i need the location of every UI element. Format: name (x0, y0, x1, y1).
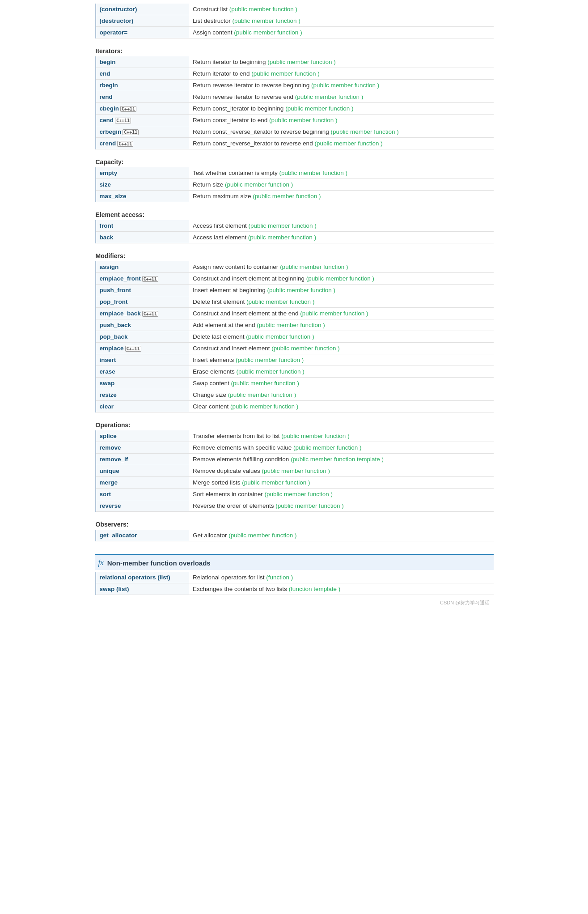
function-link[interactable]: (public member function template ) (291, 456, 384, 463)
function-name[interactable]: rbegin (95, 80, 189, 91)
table-row[interactable]: rendReturn reverse iterator to reverse e… (95, 91, 494, 103)
function-name[interactable]: max_size (95, 191, 189, 202)
table-row[interactable]: swap (list)Exchanges the contents of two… (95, 583, 494, 595)
function-link[interactable]: (public member function ) (295, 94, 363, 100)
function-link[interactable]: (public member function ) (306, 275, 374, 282)
table-row[interactable]: rbeginReturn reverse iterator to reverse… (95, 80, 494, 91)
function-link[interactable]: (public member function ) (269, 117, 337, 123)
function-name[interactable]: push_front (95, 285, 189, 296)
function-link[interactable]: (public member function ) (242, 479, 310, 486)
function-link[interactable]: (public member function ) (230, 403, 298, 410)
function-name[interactable]: emplaceC++11 (95, 343, 189, 354)
table-row[interactable]: spliceTransfer elements from list to lis… (95, 430, 494, 442)
function-link[interactable]: (public member function ) (280, 264, 348, 270)
table-row[interactable]: pop_backDelete last element (public memb… (95, 331, 494, 343)
function-name[interactable]: swap (95, 378, 189, 389)
function-name[interactable]: crbeginC++11 (95, 126, 189, 138)
function-name[interactable]: relational operators (list) (95, 572, 189, 583)
function-link[interactable]: (public member function ) (281, 433, 349, 439)
function-link[interactable]: (public member function ) (236, 357, 304, 363)
table-row[interactable]: operator=Assign content (public member f… (95, 27, 494, 38)
function-link[interactable]: (public member function ) (229, 6, 297, 13)
function-name[interactable]: size (95, 179, 189, 191)
table-row[interactable]: (constructor)Construct list (public memb… (95, 4, 494, 15)
table-row[interactable]: sizeReturn size (public member function … (95, 179, 494, 191)
table-row[interactable]: endReturn iterator to end (public member… (95, 68, 494, 80)
function-link[interactable]: (public member function ) (251, 70, 319, 77)
function-link[interactable]: (public member function ) (257, 322, 325, 328)
function-name[interactable]: pop_back (95, 331, 189, 343)
function-name[interactable]: crendC++11 (95, 138, 189, 149)
function-name[interactable]: empty (95, 167, 189, 179)
function-name[interactable]: push_back (95, 319, 189, 331)
function-name[interactable]: erase (95, 366, 189, 378)
table-row[interactable]: backAccess last element (public member f… (95, 232, 494, 243)
function-name[interactable]: splice (95, 430, 189, 442)
table-row[interactable]: remove_ifRemove elements fulfilling cond… (95, 454, 494, 465)
function-link[interactable]: (public member function ) (228, 532, 296, 539)
function-name[interactable]: swap (list) (95, 583, 189, 595)
function-name[interactable]: operator= (95, 27, 189, 38)
table-row[interactable]: max_sizeReturn maximum size (public memb… (95, 191, 494, 202)
function-link[interactable]: (public member function ) (330, 128, 398, 135)
function-link[interactable]: (public member function ) (275, 502, 343, 509)
function-link[interactable]: (public member function ) (267, 59, 335, 65)
table-row[interactable]: pop_frontDelete first element (public me… (95, 296, 494, 308)
function-link[interactable]: (public member function ) (231, 380, 299, 387)
table-row[interactable]: removeRemove elements with specific valu… (95, 442, 494, 454)
table-row[interactable]: sortSort elements in container (public m… (95, 489, 494, 500)
function-link[interactable]: (public member function ) (246, 333, 314, 340)
function-name[interactable]: assign (95, 261, 189, 273)
function-name[interactable]: end (95, 68, 189, 80)
function-link[interactable]: (public member function ) (225, 181, 293, 188)
function-link[interactable]: (public member function ) (246, 298, 314, 305)
function-link[interactable]: (public member function ) (233, 17, 300, 24)
function-name[interactable]: begin (95, 56, 189, 68)
table-row[interactable]: push_backAdd element at the end (public … (95, 319, 494, 331)
function-link[interactable]: (public member function ) (248, 234, 316, 241)
table-row[interactable]: emptyTest whether container is empty (pu… (95, 167, 494, 179)
function-name[interactable]: (destructor) (95, 15, 189, 27)
function-link[interactable]: (public member function ) (265, 491, 333, 497)
table-row[interactable]: crbeginC++11Return const_reverse_iterato… (95, 126, 494, 138)
function-link[interactable]: (public member function ) (311, 82, 379, 89)
function-name[interactable]: emplace_frontC++11 (95, 273, 189, 285)
table-row[interactable]: insertInsert elements (public member fun… (95, 354, 494, 366)
function-link[interactable]: (function template ) (289, 586, 341, 592)
table-row[interactable]: eraseErase elements (public member funct… (95, 366, 494, 378)
function-name[interactable]: cendC++11 (95, 115, 189, 126)
table-row[interactable]: uniqueRemove duplicate values (public me… (95, 465, 494, 477)
function-name[interactable]: cbeginC++11 (95, 103, 189, 115)
table-row[interactable]: get_allocatorGet allocator (public membe… (95, 530, 494, 541)
function-name[interactable]: front (95, 220, 189, 232)
table-row[interactable]: emplace_frontC++11Construct and insert e… (95, 273, 494, 285)
function-name[interactable]: pop_front (95, 296, 189, 308)
function-link[interactable]: (public member function ) (253, 193, 321, 200)
table-row[interactable]: relational operators (list)Relational op… (95, 572, 494, 583)
table-row[interactable]: swapSwap content (public member function… (95, 378, 494, 389)
function-link[interactable]: (public member function ) (271, 345, 339, 352)
function-name[interactable]: clear (95, 401, 189, 412)
function-name[interactable]: remove (95, 442, 189, 454)
function-link[interactable]: (public member function ) (262, 468, 330, 474)
function-name[interactable]: reverse (95, 500, 189, 512)
function-name[interactable]: resize (95, 389, 189, 401)
table-row[interactable]: resizeChange size (public member functio… (95, 389, 494, 401)
function-link[interactable]: (public member function ) (279, 170, 347, 176)
function-name[interactable]: back (95, 232, 189, 243)
function-name[interactable]: insert (95, 354, 189, 366)
function-link[interactable]: (public member function ) (237, 368, 305, 375)
function-name[interactable]: remove_if (95, 454, 189, 465)
table-row[interactable]: frontAccess first element (public member… (95, 220, 494, 232)
table-row[interactable]: push_frontInsert element at beginning (p… (95, 285, 494, 296)
table-row[interactable]: reverseReverse the order of elements (pu… (95, 500, 494, 512)
table-row[interactable]: cbeginC++11Return const_iterator to begi… (95, 103, 494, 115)
function-link[interactable]: (public member function ) (300, 310, 368, 317)
function-name[interactable]: unique (95, 465, 189, 477)
table-row[interactable]: clearClear content (public member functi… (95, 401, 494, 412)
function-link[interactable]: (public member function ) (249, 222, 317, 229)
function-name[interactable]: emplace_backC++11 (95, 308, 189, 319)
function-link[interactable]: (public member function ) (293, 444, 361, 451)
function-name[interactable]: merge (95, 477, 189, 489)
table-row[interactable]: emplaceC++11Construct and insert element… (95, 343, 494, 354)
